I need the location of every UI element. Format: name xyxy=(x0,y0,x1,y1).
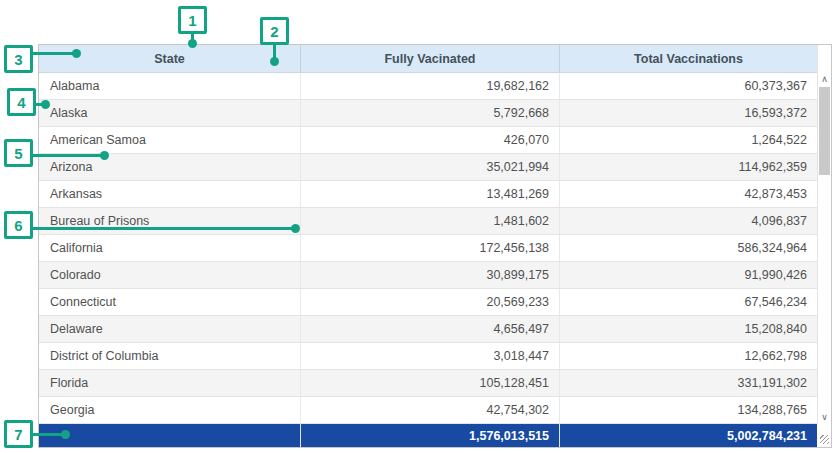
callout-line xyxy=(30,433,63,436)
callout-box-2: 2 xyxy=(260,17,289,45)
callout-dot xyxy=(61,430,70,439)
table-row[interactable]: Alaska 5,792,668 16,593,372 xyxy=(39,100,817,127)
cell-state[interactable]: Colorado xyxy=(39,262,300,288)
cell-state[interactable]: Florida xyxy=(39,370,300,396)
callout-box-3: 3 xyxy=(4,45,33,73)
callout-dot xyxy=(291,224,300,233)
callout-dot xyxy=(72,49,81,58)
cell-total-vaccinations[interactable]: 331,191,302 xyxy=(559,370,817,396)
cell-total-vaccinations[interactable]: 4,096,837 xyxy=(559,208,817,234)
cell-fully-vaccinated[interactable]: 426,070 xyxy=(300,127,559,153)
callout-label: 2 xyxy=(270,23,278,40)
callout-label: 3 xyxy=(14,51,22,68)
cell-state[interactable]: Arkansas xyxy=(39,181,300,207)
cell-state[interactable]: Connecticut xyxy=(39,289,300,315)
cell-fully-vaccinated[interactable]: 5,792,668 xyxy=(300,100,559,126)
callout-line xyxy=(30,52,74,55)
resize-handle-icon[interactable] xyxy=(820,435,829,444)
cell-total-vaccinations[interactable]: 12,662,798 xyxy=(559,343,817,369)
callout-label: 5 xyxy=(14,145,22,162)
cell-state[interactable]: District of Columbia xyxy=(39,343,300,369)
cell-fully-vaccinated[interactable]: 30,899,175 xyxy=(300,262,559,288)
cell-fully-vaccinated[interactable]: 1,481,602 xyxy=(300,208,559,234)
cell-state[interactable]: American Samoa xyxy=(39,127,300,153)
cell-state[interactable]: California xyxy=(39,235,300,261)
cell-fully-vaccinated[interactable]: 20,569,233 xyxy=(300,289,559,315)
callout-box-4: 4 xyxy=(7,88,36,116)
cell-fully-vaccinated[interactable]: 35,021,994 xyxy=(300,154,559,180)
cell-total-vaccinations[interactable]: 1,264,522 xyxy=(559,127,817,153)
cell-fully-vaccinated[interactable]: 4,656,497 xyxy=(300,316,559,342)
callout-box-5: 5 xyxy=(4,139,33,167)
summary-state-cell xyxy=(39,424,300,447)
table-row[interactable]: Georgia 42,754,302 134,288,765 xyxy=(39,397,817,424)
cell-total-vaccinations[interactable]: 42,873,453 xyxy=(559,181,817,207)
cell-state[interactable]: Delaware xyxy=(39,316,300,342)
callout-dot xyxy=(41,100,50,109)
table-row[interactable]: American Samoa 426,070 1,264,522 xyxy=(39,127,817,154)
callout-label: 6 xyxy=(14,217,22,234)
callout-line xyxy=(30,154,102,157)
cell-state[interactable]: Georgia xyxy=(39,397,300,423)
cell-fully-vaccinated[interactable]: 13,481,269 xyxy=(300,181,559,207)
table-row[interactable]: Arkansas 13,481,269 42,873,453 xyxy=(39,181,817,208)
summary-fully-vaccinated: 1,576,013,515 xyxy=(300,424,559,447)
cell-state[interactable]: Alaska xyxy=(39,100,300,126)
callout-box-1: 1 xyxy=(178,6,207,34)
vaccination-table: State Fully Vacinated Total Vaccinations… xyxy=(38,44,832,448)
table-body: Alabama 19,682,162 60,373,367 Alaska 5,7… xyxy=(39,73,817,424)
callout-box-6: 6 xyxy=(4,211,33,239)
table-row[interactable]: California 172,456,138 586,324,964 xyxy=(39,235,817,262)
table-row[interactable]: Bureau of Prisons 1,481,602 4,096,837 xyxy=(39,208,817,235)
table-header-row: State Fully Vacinated Total Vaccinations xyxy=(39,45,817,73)
table-row[interactable]: Connecticut 20,569,233 67,546,234 xyxy=(39,289,817,316)
scroll-down-icon[interactable]: ∨ xyxy=(818,412,831,422)
scroll-up-icon[interactable]: ∧ xyxy=(818,74,831,84)
cell-fully-vaccinated[interactable]: 3,018,447 xyxy=(300,343,559,369)
cell-state[interactable]: Bureau of Prisons xyxy=(39,208,300,234)
callout-label: 4 xyxy=(17,94,25,111)
callout-line xyxy=(30,227,293,230)
cell-fully-vaccinated[interactable]: 105,128,451 xyxy=(300,370,559,396)
cell-total-vaccinations[interactable]: 15,208,840 xyxy=(559,316,817,342)
summary-total-vaccinations: 5,002,784,231 xyxy=(559,424,817,447)
callout-label: 1 xyxy=(188,12,196,29)
table-row[interactable]: Florida 105,128,451 331,191,302 xyxy=(39,370,817,397)
callout-box-7: 7 xyxy=(4,420,33,448)
table-row[interactable]: Arizona 35,021,994 114,962,359 xyxy=(39,154,817,181)
column-header-total-vaccinations[interactable]: Total Vaccinations xyxy=(559,45,817,72)
scrollbar-thumb[interactable] xyxy=(819,87,830,175)
summary-row[interactable]: 1,576,013,515 5,002,784,231 xyxy=(39,424,817,447)
table-row[interactable]: Alabama 19,682,162 60,373,367 xyxy=(39,73,817,100)
screenshot-canvas: State Fully Vacinated Total Vaccinations… xyxy=(0,0,833,453)
column-header-fully-vaccinated[interactable]: Fully Vacinated xyxy=(300,45,559,72)
cell-fully-vaccinated[interactable]: 172,456,138 xyxy=(300,235,559,261)
cell-total-vaccinations[interactable]: 16,593,372 xyxy=(559,100,817,126)
cell-total-vaccinations[interactable]: 134,288,765 xyxy=(559,397,817,423)
cell-total-vaccinations[interactable]: 91,990,426 xyxy=(559,262,817,288)
callout-dot xyxy=(270,57,279,66)
cell-fully-vaccinated[interactable]: 42,754,302 xyxy=(300,397,559,423)
cell-total-vaccinations[interactable]: 60,373,367 xyxy=(559,73,817,99)
table-row[interactable]: District of Columbia 3,018,447 12,662,79… xyxy=(39,343,817,370)
cell-state[interactable]: Arizona xyxy=(39,154,300,180)
cell-total-vaccinations[interactable]: 114,962,359 xyxy=(559,154,817,180)
callout-dot xyxy=(188,39,197,48)
cell-state[interactable]: Alabama xyxy=(39,73,300,99)
callout-label: 7 xyxy=(14,426,22,443)
cell-fully-vaccinated[interactable]: 19,682,162 xyxy=(300,73,559,99)
table-row[interactable]: Delaware 4,656,497 15,208,840 xyxy=(39,316,817,343)
cell-total-vaccinations[interactable]: 67,546,234 xyxy=(559,289,817,315)
vertical-scrollbar[interactable]: ∧ ∨ xyxy=(817,45,831,424)
cell-total-vaccinations[interactable]: 586,324,964 xyxy=(559,235,817,261)
callout-dot xyxy=(100,151,109,160)
table-row[interactable]: Colorado 30,899,175 91,990,426 xyxy=(39,262,817,289)
